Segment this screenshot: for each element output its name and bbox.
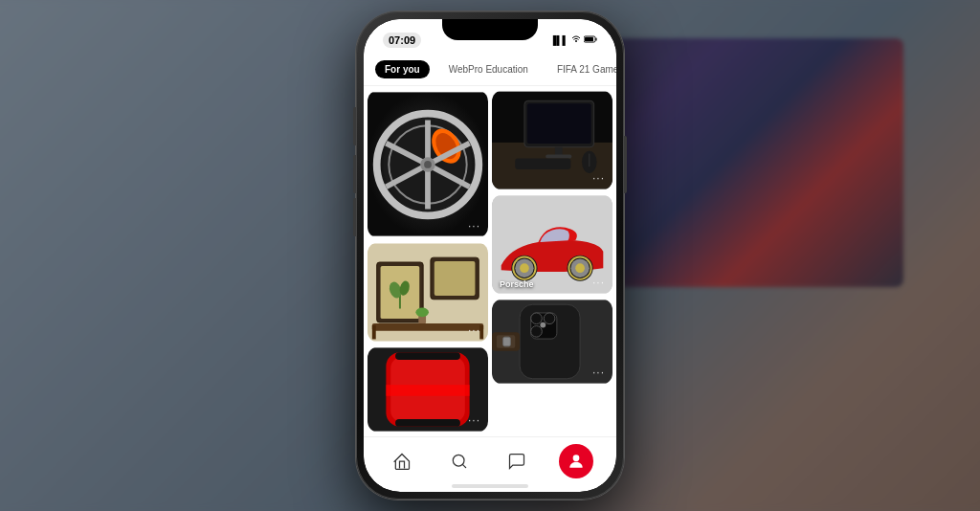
status-icons: ▐▌▌ xyxy=(550,35,597,45)
svg-rect-26 xyxy=(372,325,376,340)
pin-phone-back[interactable]: ··· xyxy=(492,299,612,385)
pin-porsche-label: Porsche xyxy=(500,279,534,289)
svg-rect-35 xyxy=(395,419,460,427)
battery-icon xyxy=(584,35,597,45)
svg-rect-39 xyxy=(527,103,591,144)
pin-dots-phone-back: ··· xyxy=(592,366,605,379)
svg-rect-34 xyxy=(395,352,460,360)
pin-column-left: ··· xyxy=(368,90,488,433)
pin-dots-car-roof: ··· xyxy=(468,413,480,427)
svg-rect-24 xyxy=(434,261,476,296)
nav-chat[interactable] xyxy=(501,446,532,477)
tab-for-you[interactable]: For you xyxy=(375,60,430,78)
nav-search[interactable] xyxy=(444,446,475,477)
pin-frame[interactable]: ··· xyxy=(368,242,488,343)
tabs-bar: For you WebPro Education FIFA 21 Gamepla… xyxy=(364,54,616,86)
svg-point-49 xyxy=(520,263,529,273)
status-time: 07:09 xyxy=(383,33,421,48)
pin-dots-wheel: ··· xyxy=(468,219,480,233)
pin-wheel[interactable]: ··· xyxy=(368,90,488,238)
notch xyxy=(442,19,538,40)
pins-container: ··· xyxy=(364,86,616,436)
phone-screen: 07:09 ▐▌▌ xyxy=(364,19,616,492)
svg-rect-33 xyxy=(386,385,469,396)
screen-content: 07:09 ▐▌▌ xyxy=(364,19,616,492)
pin-column-right: ··· xyxy=(492,90,612,433)
svg-point-58 xyxy=(531,313,543,324)
pin-car-roof[interactable]: ··· xyxy=(368,346,488,433)
svg-point-61 xyxy=(540,322,546,328)
pin-desk-setup[interactable]: ··· xyxy=(492,90,612,190)
pin-dots-frame: ··· xyxy=(468,323,480,337)
svg-rect-42 xyxy=(515,158,570,169)
pin-dots-porsche: ··· xyxy=(592,276,605,289)
nav-profile[interactable] xyxy=(559,444,593,478)
pin-dots-desk: ··· xyxy=(592,171,605,185)
svg-point-15 xyxy=(424,161,432,168)
svg-rect-1 xyxy=(585,37,593,41)
status-bar: 07:09 ▐▌▌ xyxy=(364,19,616,54)
tab-fifa[interactable]: FIFA 21 Gameplay xyxy=(547,60,616,78)
home-indicator xyxy=(452,484,528,488)
svg-point-60 xyxy=(531,326,543,338)
svg-point-52 xyxy=(575,263,585,273)
svg-rect-41 xyxy=(546,155,571,159)
svg-point-59 xyxy=(544,313,555,324)
wifi-icon xyxy=(571,35,581,45)
svg-point-29 xyxy=(415,307,429,317)
bottom-nav xyxy=(364,436,616,484)
phone-shell: 07:09 ▐▌▌ xyxy=(356,11,624,500)
svg-rect-64 xyxy=(503,337,511,346)
svg-point-66 xyxy=(573,455,580,461)
phone-device: 07:09 ▐▌▌ xyxy=(356,11,624,500)
svg-rect-25 xyxy=(372,323,483,331)
signal-icon: ▐▌▌ xyxy=(550,35,568,45)
nav-home[interactable] xyxy=(387,446,417,477)
pin-porsche[interactable]: Porsche ··· xyxy=(492,194,612,295)
tab-webpro[interactable]: WebPro Education xyxy=(439,60,538,78)
